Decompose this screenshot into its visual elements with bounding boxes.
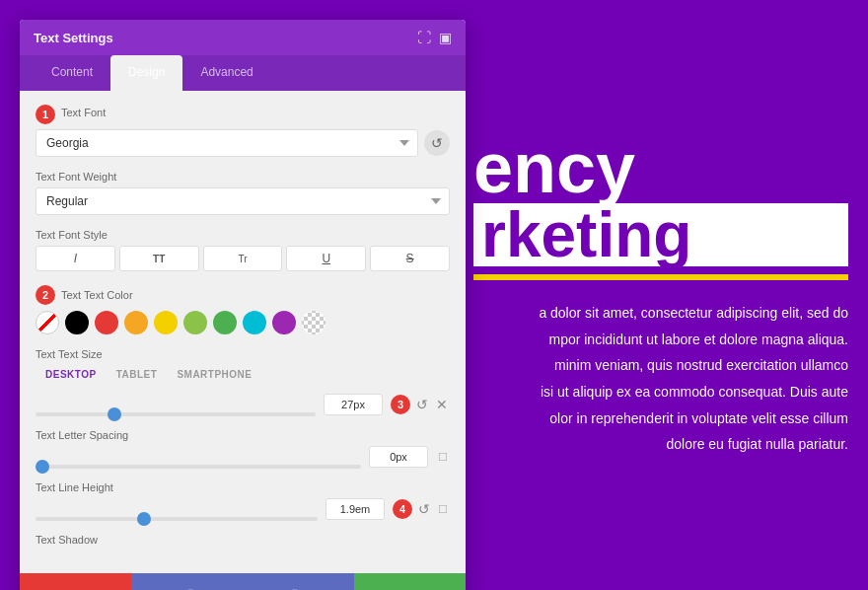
text-size-label: Text Text Size bbox=[36, 348, 450, 360]
bg-divider bbox=[473, 274, 848, 280]
text-font-weight-field: Text Font Weight Regular Bold Light Medi… bbox=[36, 171, 450, 215]
color-checker[interactable] bbox=[302, 311, 326, 334]
color-purple[interactable] bbox=[272, 311, 296, 334]
text-size-value[interactable] bbox=[324, 394, 383, 415]
letter-spacing-actions: ☐ bbox=[436, 449, 450, 466]
panel-body: 1 Text Font Georgia Arial Times New Roma… bbox=[20, 91, 466, 573]
text-font-field: 1 Text Font Georgia Arial Times New Roma… bbox=[36, 105, 450, 157]
bottom-bar: ✕ ↺ ↻ ✓ bbox=[20, 573, 466, 590]
badge-2: 2 bbox=[36, 285, 55, 305]
line-height-slider-container bbox=[36, 507, 318, 511]
panel-header: Text Settings ⛶ ▣ bbox=[20, 20, 466, 55]
color-swatches bbox=[36, 311, 450, 334]
letter-spacing-slider[interactable] bbox=[36, 465, 361, 469]
line-height-reset[interactable]: ↺ bbox=[416, 499, 432, 519]
color-cyan[interactable] bbox=[243, 311, 266, 334]
settings-icon[interactable]: ▣ bbox=[439, 30, 452, 45]
bg-heading1: ency bbox=[473, 132, 848, 203]
text-size-actions: 3 ↺ ✕ bbox=[391, 395, 450, 414]
tab-advanced[interactable]: Advanced bbox=[182, 55, 270, 91]
style-capitalize[interactable]: Tr bbox=[203, 246, 283, 271]
text-shadow-field: Text Shadow bbox=[36, 534, 450, 546]
text-settings-panel: Text Settings ⛶ ▣ Content Design Advance… bbox=[20, 20, 466, 590]
text-font-style-field: Text Font Style I TT Tr U S bbox=[36, 229, 450, 271]
size-tab-tablet[interactable]: TABLET bbox=[107, 365, 168, 384]
text-size-slider-container bbox=[36, 403, 316, 406]
text-font-label: Text Font bbox=[61, 107, 106, 118]
style-underline[interactable]: U bbox=[286, 246, 366, 271]
line-height-unit[interactable]: ☐ bbox=[436, 501, 450, 518]
style-uppercase[interactable]: TT bbox=[119, 246, 199, 271]
text-shadow-label: Text Shadow bbox=[36, 534, 450, 546]
style-buttons: I TT Tr U S bbox=[36, 246, 450, 271]
size-tabs: DESKTOP TABLET SMARTPHONE bbox=[36, 365, 450, 384]
text-size-reset[interactable]: ↺ bbox=[414, 395, 430, 414]
color-light-green[interactable] bbox=[183, 311, 207, 334]
text-font-weight-select[interactable]: Regular Bold Light Medium bbox=[36, 187, 450, 215]
text-font-select[interactable]: Georgia Arial Times New Roman Helvetica bbox=[36, 129, 418, 157]
redo-button[interactable]: ↻ bbox=[243, 573, 354, 590]
letter-spacing-unit[interactable]: ☐ bbox=[436, 449, 450, 466]
text-size-slider[interactable] bbox=[36, 412, 316, 416]
badge-1: 1 bbox=[36, 105, 55, 124]
bg-heading2: rketing bbox=[473, 203, 848, 266]
line-height-value[interactable] bbox=[326, 498, 385, 520]
tab-design[interactable]: Design bbox=[110, 55, 182, 91]
text-size-clear[interactable]: ✕ bbox=[434, 395, 450, 414]
line-height-label: Text Line Height bbox=[36, 481, 450, 493]
tab-content[interactable]: Content bbox=[34, 55, 110, 91]
color-yellow[interactable] bbox=[154, 311, 178, 334]
text-size-field: Text Text Size DESKTOP TABLET SMARTPHONE… bbox=[36, 348, 450, 415]
letter-spacing-slider-container bbox=[36, 455, 361, 459]
color-orange[interactable] bbox=[124, 311, 148, 334]
badge-4: 4 bbox=[393, 499, 412, 519]
badge-3: 3 bbox=[391, 395, 410, 414]
panel-header-icons: ⛶ ▣ bbox=[417, 30, 452, 45]
expand-icon[interactable]: ⛶ bbox=[417, 30, 431, 45]
size-tab-smartphone[interactable]: SMARTPHONE bbox=[167, 365, 261, 384]
text-font-weight-label: Text Font Weight bbox=[36, 171, 450, 183]
text-color-field: 2 Text Text Color bbox=[36, 285, 450, 334]
panel-title: Text Settings bbox=[34, 31, 113, 45]
letter-spacing-slider-row: ☐ bbox=[36, 446, 450, 468]
undo-button[interactable]: ↺ bbox=[131, 573, 243, 590]
tabs: Content Design Advanced bbox=[20, 55, 466, 91]
line-height-actions: 4 ↺ ☐ bbox=[393, 499, 450, 519]
letter-spacing-field: Text Letter Spacing ☐ bbox=[36, 429, 450, 468]
save-button[interactable]: ✓ bbox=[354, 573, 466, 590]
color-red[interactable] bbox=[95, 311, 118, 334]
line-height-slider-row: 4 ↺ ☐ bbox=[36, 498, 450, 520]
text-size-slider-row: 3 ↺ ✕ bbox=[36, 394, 450, 415]
line-height-slider[interactable] bbox=[36, 517, 318, 521]
size-tab-desktop[interactable]: DESKTOP bbox=[36, 365, 107, 384]
text-font-style-label: Text Font Style bbox=[36, 229, 450, 241]
color-transparent[interactable] bbox=[36, 311, 59, 334]
letter-spacing-value[interactable] bbox=[369, 446, 428, 468]
text-font-reset[interactable]: ↺ bbox=[424, 130, 450, 156]
color-green[interactable] bbox=[213, 311, 237, 334]
style-strikethrough[interactable]: S bbox=[370, 246, 450, 271]
line-height-field: Text Line Height 4 ↺ ☐ bbox=[36, 481, 450, 520]
letter-spacing-label: Text Letter Spacing bbox=[36, 429, 450, 441]
style-italic[interactable]: I bbox=[36, 246, 115, 271]
text-color-label: Text Text Color bbox=[61, 289, 133, 301]
cancel-button[interactable]: ✕ bbox=[20, 573, 131, 590]
bg-text: a dolor sit amet, consectetur adipiscing… bbox=[473, 300, 848, 458]
color-black[interactable] bbox=[65, 311, 89, 334]
